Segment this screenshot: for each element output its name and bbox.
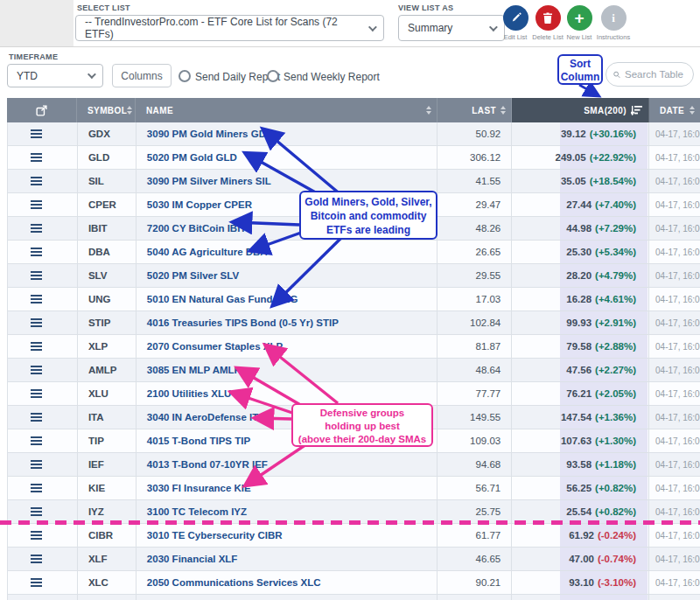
sort-both-icon <box>426 106 431 115</box>
header-last[interactable]: LAST <box>438 98 512 122</box>
sort-descending-icon <box>631 105 643 115</box>
row-menu-button[interactable] <box>8 548 78 570</box>
row-menu-button[interactable] <box>8 146 78 169</box>
sma200-cell: 44.98(+7.29%) <box>512 217 649 240</box>
table-row: SIL3090 PM Silver Miners SIL41.5535.05(+… <box>8 170 700 193</box>
header-launch[interactable] <box>7 98 77 122</box>
search-table-box[interactable] <box>606 62 694 87</box>
header-last-label: LAST <box>472 106 496 115</box>
sma-percent: (+30.16%) <box>590 129 636 139</box>
columns-button[interactable]: Columns <box>112 64 172 87</box>
name-link[interactable]: 5030 IM Copper CPER <box>147 199 252 210</box>
send-weekly-label: Send Weekly Report <box>284 71 380 83</box>
sma-value: 249.05 <box>555 152 585 163</box>
note-line: Bitcoin and commodity <box>301 209 436 223</box>
row-menu-button[interactable] <box>8 453 78 476</box>
date-cell: 04-17, 16:00 <box>649 548 700 570</box>
last-cell: 46.65 <box>438 548 512 570</box>
view-list-as-dropdown[interactable]: Summary <box>398 15 505 41</box>
name-link[interactable]: 5020 PM Silver SLV <box>147 270 239 281</box>
row-menu-button[interactable] <box>8 241 78 263</box>
sma200-cell: 107.63(+1.30%) <box>512 429 649 452</box>
name-link[interactable]: 4013 T-Bond 07-10YR IEF <box>147 459 268 470</box>
table-row: CIBR3010 TE Cybersecurity CIBR61.7761.92… <box>8 524 700 548</box>
last-cell: 77.77 <box>438 382 512 405</box>
menu-icon <box>31 389 42 398</box>
name-cell: 2030 Financial XLF <box>136 548 438 570</box>
header-name[interactable]: NAME <box>136 98 438 122</box>
search-input[interactable] <box>625 69 686 80</box>
last-cell: 94.68 <box>438 453 512 476</box>
sma-percent: (+5.34%) <box>595 247 636 257</box>
row-menu-button[interactable] <box>8 193 78 216</box>
instructions-button[interactable]: i Instructions <box>594 5 633 41</box>
sma-value: 47.56 <box>566 365 592 375</box>
send-daily-radio[interactable] <box>178 70 191 82</box>
menu-icon <box>31 578 42 587</box>
row-menu-button[interactable] <box>8 264 78 287</box>
row-menu-button[interactable] <box>8 335 78 358</box>
sma-value: 35.05 <box>561 176 586 186</box>
name-link[interactable]: 3090 PM Gold Miners GDX <box>147 129 273 139</box>
defensive-note: Defensive groups holding up best (above … <box>291 403 433 447</box>
name-cell: 2070 Consumer Staples XLP <box>136 335 438 358</box>
row-menu-button[interactable] <box>8 170 78 192</box>
symbol-cell: KIE <box>78 477 136 499</box>
date-cell: 04-17, 16:00 <box>649 193 700 216</box>
name-link[interactable]: 3010 TE Cybersecurity CIBR <box>147 530 283 541</box>
row-menu-button[interactable] <box>8 288 78 310</box>
row-menu-button[interactable] <box>8 429 78 452</box>
timeframe-label: TIMEFRAME <box>9 52 58 61</box>
name-link[interactable]: 5020 PM Gold GLD <box>147 152 237 163</box>
name-link[interactable]: 3085 EN MLP AMLP <box>147 365 241 375</box>
name-link[interactable]: 3030 FI Insurance KIE <box>147 483 251 493</box>
header-symbol[interactable]: SYMBOL <box>77 98 136 122</box>
row-menu-button[interactable] <box>8 524 78 547</box>
sma200-cell: 56.25(+0.82%) <box>512 477 649 499</box>
select-list-dropdown[interactable]: -- TrendInvestorPro.com - ETF Core List … <box>75 15 384 41</box>
name-cell: 4013 T-Bond 07-10YR IEF <box>136 453 438 476</box>
name-link[interactable]: 2030 Financial XLF <box>147 554 238 564</box>
table-row-partial <box>8 595 700 600</box>
row-menu-button[interactable] <box>8 359 78 381</box>
row-menu-button[interactable] <box>8 406 78 429</box>
new-list-button[interactable]: + New List <box>560 5 598 41</box>
name-link[interactable]: 7200 CY BitCoin IBIT <box>147 223 247 234</box>
name-link[interactable]: 3100 TC Telecom IYZ <box>147 506 247 517</box>
symbol-cell: SLV <box>78 264 136 287</box>
name-link[interactable]: 3090 PM Silver Miners SIL <box>147 176 271 186</box>
row-menu-button[interactable] <box>8 311 78 334</box>
above-below-sma-divider <box>0 520 700 525</box>
symbol-cell: GDX <box>78 122 136 145</box>
sma200-cell: 35.05(+18.54%) <box>512 170 649 192</box>
name-link[interactable]: 5010 EN Natural Gas Fund UNG <box>147 294 298 304</box>
note-line: Defensive groups <box>293 407 431 420</box>
name-link[interactable]: 5040 AG Agriculture DBA <box>147 247 268 257</box>
header-date[interactable]: DATE <box>649 98 700 122</box>
sma-value: 16.28 <box>566 294 592 304</box>
table-row: AMLP3085 EN MLP AMLP48.6447.56(+2.27%)04… <box>8 359 700 382</box>
name-link[interactable]: 4016 Treasuries TIPS Bond (0-5 Yr) STIP <box>147 317 339 328</box>
sma-value: 39.12 <box>561 129 586 139</box>
row-menu-button[interactable] <box>8 122 78 145</box>
row-menu-button[interactable] <box>8 571 78 594</box>
date-cell: 04-17, 16:00 <box>649 122 700 145</box>
menu-icon <box>31 271 42 280</box>
row-menu-button[interactable] <box>8 382 78 405</box>
name-link[interactable]: 3040 IN AeroDefense ITA <box>147 412 265 422</box>
symbol-cell: AMLP <box>78 359 136 381</box>
header-name-label: NAME <box>146 106 173 115</box>
header-sma200[interactable]: SMA(200) <box>512 98 649 122</box>
menu-icon <box>31 460 42 469</box>
sma200-cell: 28.20(+4.79%) <box>512 264 649 287</box>
name-link[interactable]: 2050 Communications Services XLC <box>147 577 321 588</box>
row-menu-button[interactable] <box>8 217 78 240</box>
send-weekly-radio[interactable] <box>267 70 279 82</box>
name-link[interactable]: 2100 Utilities XLU <box>147 388 232 399</box>
timeframe-dropdown[interactable]: YTD <box>7 64 103 87</box>
sma-percent: (+18.54%) <box>590 176 636 186</box>
name-link[interactable]: 4015 T-Bond TIPS TIP <box>147 436 250 446</box>
row-menu-button[interactable] <box>8 477 78 499</box>
sma-value: 47.00 <box>569 554 594 564</box>
name-link[interactable]: 2070 Consumer Staples XLP <box>147 341 283 352</box>
